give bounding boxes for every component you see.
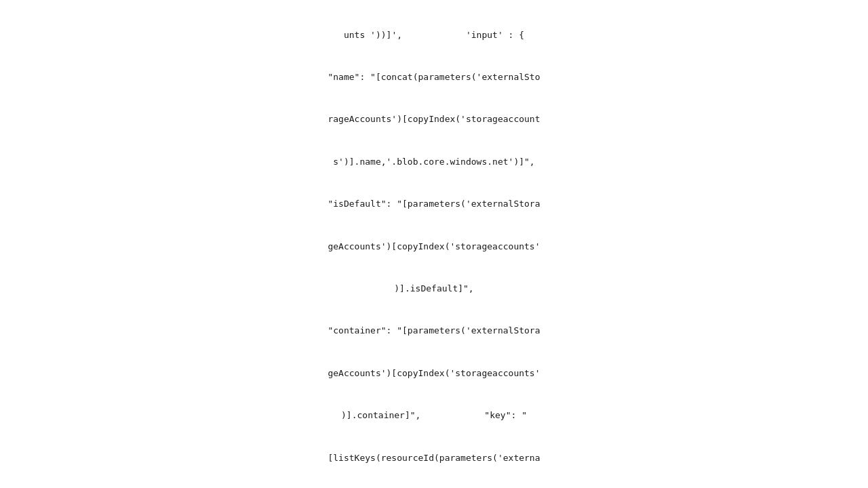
text-block: unts '))]', 'input' : { "name": "[concat… [319,0,549,488]
code-line-9: geAccounts')[copyIndex('storageaccounts' [319,367,549,381]
code-line-10: )].container]", "key": " [319,409,549,423]
main-content: unts '))]', 'input' : { "name": "[concat… [0,0,868,488]
code-line-6: geAccounts')[copyIndex('storageaccounts' [319,240,549,254]
code-line-1: unts '))]', 'input' : { [319,28,549,43]
code-line-2: "name": "[concat(parameters('externalSto [319,70,549,85]
code-line-5: "isDefault": "[parameters('externalStora [319,197,549,211]
code-line-8: "container": "[parameters('externalStora [319,324,549,338]
code-line-3: rageAccounts')[copyIndex('storageaccount [319,113,549,127]
code-line-4: s')].name,'.blob.core.windows.net')]", [319,155,549,169]
code-section: unts '))]', 'input' : { "name": "[concat… [319,0,549,488]
code-line-7: )].isDefault]", [319,282,549,296]
code-line-11: [listKeys(resourceId(parameters('externa [319,451,549,466]
